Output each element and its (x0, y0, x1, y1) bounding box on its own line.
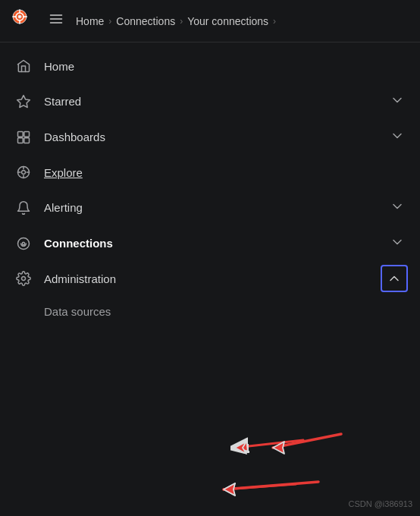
home-icon (15, 58, 32, 74)
sidebar-home-label: Home (44, 60, 405, 73)
sidebar-dashboards-label: Dashboards (44, 131, 378, 143)
sidebar-item-alerting[interactable]: Alerting (0, 190, 420, 225)
sidebar-explore-label: Explore (44, 166, 405, 179)
connections-icon (15, 235, 32, 252)
svg-rect-17 (18, 137, 24, 143)
breadcrumb-connections[interactable]: Connections (116, 15, 175, 27)
dashboards-chevron-icon (390, 128, 405, 146)
administration-icon (15, 270, 32, 287)
svg-rect-16 (24, 131, 30, 137)
grafana-logo[interactable] (12, 9, 36, 33)
sidebar-item-data-sources[interactable]: Data sources (0, 296, 420, 327)
sidebar-item-administration[interactable]: Administration (0, 261, 420, 296)
svg-marker-14 (17, 95, 30, 107)
breadcrumb-sep-1: › (108, 16, 111, 27)
explore-icon (15, 164, 32, 181)
svg-rect-18 (24, 137, 30, 143)
breadcrumb-sep-3: › (273, 16, 276, 27)
dashboards-icon (15, 129, 32, 146)
breadcrumb-sep-2: › (180, 16, 183, 27)
sidebar-data-sources-label: Data sources (44, 305, 111, 318)
svg-point-10 (18, 15, 21, 18)
breadcrumb: Home › Connections › Your connections › (76, 15, 276, 27)
connections-chevron-icon (390, 234, 405, 252)
svg-point-20 (22, 171, 26, 175)
sidebar-alerting-label: Alerting (44, 201, 378, 214)
svg-point-27 (22, 277, 26, 281)
menu-toggle-button[interactable] (49, 11, 64, 30)
collapse-button[interactable] (381, 265, 408, 292)
alerting-icon (15, 200, 32, 216)
sidebar-item-connections[interactable]: Connections (0, 225, 420, 261)
alerting-chevron-icon (390, 199, 405, 216)
svg-point-25 (18, 238, 30, 249)
watermark: CSDN @i386913 (348, 499, 412, 508)
sidebar-starred-label: Starred (44, 95, 378, 108)
sidebar-item-starred[interactable]: Starred (0, 83, 420, 119)
svg-rect-15 (18, 131, 24, 137)
sidebar-item-dashboards[interactable]: Dashboards (0, 119, 420, 155)
breadcrumb-your-connections[interactable]: Your connections (187, 15, 268, 27)
starred-chevron-icon (390, 93, 405, 110)
breadcrumb-home[interactable]: Home (76, 15, 104, 27)
sidebar-connections-label: Connections (44, 237, 378, 250)
sidebar: Home Starred Dashboards Explore Alerting (0, 42, 420, 516)
sidebar-item-explore[interactable]: Explore (0, 155, 420, 190)
topbar: Home › Connections › Your connections › (0, 0, 420, 42)
star-icon (15, 93, 32, 110)
sidebar-administration-label: Administration (44, 272, 359, 285)
sidebar-item-home[interactable]: Home (0, 49, 420, 83)
svg-point-26 (22, 242, 24, 244)
